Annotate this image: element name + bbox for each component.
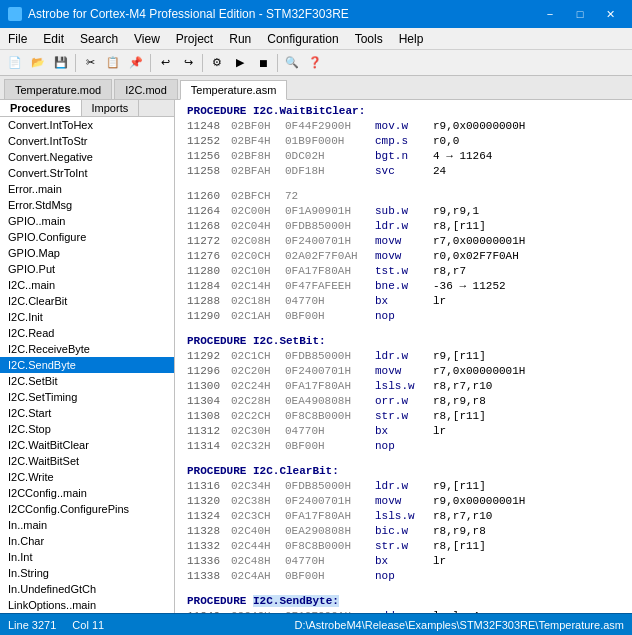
help-button[interactable]: ❓ [304,52,326,74]
tab-i2c-mod[interactable]: I2C.mod [114,79,178,99]
proc-item[interactable]: Error..main [0,181,174,197]
search-button[interactable]: 🔍 [281,52,303,74]
code-line[interactable]: 1125602BF8H0DC02Hbgt.n4 → 11264 [175,149,632,164]
minimize-button[interactable]: − [536,4,564,24]
proc-item[interactable]: GPIO.Put [0,261,174,277]
menubar: FileEditSearchViewProjectRunConfiguratio… [0,28,632,50]
code-section-header: PROCEDURE I2C.ClearBit: [175,464,632,479]
proc-item[interactable]: I2C.Start [0,405,174,421]
code-line[interactable]: 1127602C0CH02A02F7F0AHmovwr0,0x02F7F0AH [175,249,632,264]
code-line[interactable]: 1130402C28H0EA490808Horr.wr8,r9,r8 [175,394,632,409]
proc-item[interactable]: In..main [0,517,174,533]
code-section-header: PROCEDURE I2C.WaitBitClear: [175,104,632,119]
proc-item[interactable]: In.Char [0,533,174,549]
new-button[interactable]: 📄 [4,52,26,74]
code-line[interactable]: 1129602C20H0F2400701Hmovwr7,0x00000001H [175,364,632,379]
proc-item[interactable]: In.UndefinedGtCh [0,581,174,597]
proc-item[interactable]: GPIO.Configure [0,229,174,245]
menu-item-edit[interactable]: Edit [35,28,72,49]
menu-item-tools[interactable]: Tools [347,28,391,49]
menu-item-help[interactable]: Help [391,28,432,49]
code-line[interactable]: 1132802C40H0EA290808Hbic.wr8,r9,r8 [175,524,632,539]
proc-item[interactable]: I2C.Write [0,469,174,485]
redo-button[interactable]: ↪ [177,52,199,74]
code-line[interactable]: 1128002C10H0FA17F80AHtst.wr8,r7 [175,264,632,279]
code-line[interactable]: 1134002C4CH0F10E000AHadd.wlr,lr,4 [175,609,632,613]
proc-item[interactable]: I2C.WaitBitSet [0,453,174,469]
code-gap [175,584,632,594]
proc-item[interactable]: I2CConfig.ConfigurePins [0,501,174,517]
menu-item-view[interactable]: View [126,28,168,49]
proc-item[interactable]: Convert.IntToStr [0,133,174,149]
code-gap [175,324,632,334]
proc-item[interactable]: I2C.ClearBit [0,293,174,309]
menu-item-run[interactable]: Run [221,28,259,49]
code-line[interactable]: 1126402C00H0F1A90901Hsub.wr9,r9,1 [175,204,632,219]
proc-item[interactable]: I2C.Stop [0,421,174,437]
code-line[interactable]: 1126002BFCH72 [175,189,632,204]
tab-temperature-mod[interactable]: Temperature.mod [4,79,112,99]
code-line[interactable]: 1133602C48H04770Hbxlr [175,554,632,569]
code-panel[interactable]: PROCEDURE I2C.WaitBitClear:1124802BF0H0F… [175,100,632,613]
code-line[interactable]: 1133802C4AH0BF00Hnop [175,569,632,584]
menu-item-file[interactable]: File [0,28,35,49]
code-line[interactable]: 1132402C3CH0FA17F80AHlsls.wr8,r7,r10 [175,509,632,524]
code-line[interactable]: 1132002C38H0F2400701Hmovwr9,0x00000001H [175,494,632,509]
code-line[interactable]: 1128802C18H04770Hbxlr [175,294,632,309]
proc-item[interactable]: I2C.ReceiveByte [0,341,174,357]
menu-item-configuration[interactable]: Configuration [259,28,346,49]
code-line[interactable]: 1130802C2CH0F8C8B000Hstr.wr8,[r11] [175,409,632,424]
statusbar: Line 3271 Col 11 D:\AstrobeM4\Release\Ex… [0,613,632,635]
code-line[interactable]: 1127202C08H0F2400701Hmovwr7,0x00000001H [175,234,632,249]
proc-item[interactable]: Error.StdMsg [0,197,174,213]
code-line[interactable]: 1125202BF4H01B9F000Hcmp.sr0,0 [175,134,632,149]
code-line[interactable]: 1133202C44H0F8C8B000Hstr.wr8,[r11] [175,539,632,554]
cut-button[interactable]: ✂ [79,52,101,74]
proc-item[interactable]: GPIO..main [0,213,174,229]
code-line[interactable]: 1128402C14H0F47FAFEEHbne.w-36 → 11252 [175,279,632,294]
close-button[interactable]: ✕ [596,4,624,24]
menu-item-search[interactable]: Search [72,28,126,49]
code-line[interactable]: 1131202C30H04770Hbxlr [175,424,632,439]
code-line[interactable]: 1129002C1AH0BF00Hnop [175,309,632,324]
save-button[interactable]: 💾 [50,52,72,74]
left-panel: Procedures Imports Clock..mainClock.GetH… [0,100,175,613]
code-line[interactable]: 1124802BF0H0F44F2900Hmov.wr9,0x00000000H [175,119,632,134]
build-button[interactable]: ⚙ [206,52,228,74]
proc-item[interactable]: Convert.Negative [0,149,174,165]
open-button[interactable]: 📂 [27,52,49,74]
proc-item[interactable]: GPIO.Map [0,245,174,261]
code-line[interactable]: 1131602C34H0FDB85000Hldr.wr9,[r11] [175,479,632,494]
code-line[interactable]: 1126802C04H0FDB85000Hldr.wr8,[r11] [175,219,632,234]
proc-item[interactable]: Convert.StrToInt [0,165,174,181]
proc-item[interactable]: I2C.SetTiming [0,389,174,405]
proc-item[interactable]: LinkOptions..main [0,597,174,613]
menu-item-project[interactable]: Project [168,28,221,49]
proc-item[interactable]: In.Int [0,549,174,565]
procedures-tab[interactable]: Procedures [0,100,82,116]
proc-item[interactable]: I2CConfig..main [0,485,174,501]
stop-button[interactable]: ⏹ [252,52,274,74]
tab-temperature-asm[interactable]: Temperature.asm [180,80,288,100]
undo-button[interactable]: ↩ [154,52,176,74]
code-section-header: PROCEDURE I2C.SendByte: [175,594,632,609]
imports-tab[interactable]: Imports [82,100,140,116]
proc-item[interactable]: I2C..main [0,277,174,293]
proc-item[interactable]: In.String [0,565,174,581]
code-line[interactable]: 1131402C32H0BF00Hnop [175,439,632,454]
proc-item[interactable]: I2C.Read [0,325,174,341]
code-line[interactable]: 1130002C24H0FA17F80AHlsls.wr8,r7,r10 [175,379,632,394]
run-button[interactable]: ▶ [229,52,251,74]
proc-item[interactable]: Convert.IntToHex [0,117,174,133]
procedure-list[interactable]: Clock..mainClock.GetHMSClock.HoursClock.… [0,117,174,613]
proc-item[interactable]: I2C.Init [0,309,174,325]
proc-item[interactable]: I2C.SendByte [0,357,174,373]
maximize-button[interactable]: □ [566,4,594,24]
proc-item[interactable]: I2C.SetBit [0,373,174,389]
toolbar-sep-3 [202,54,203,72]
proc-item[interactable]: I2C.WaitBitClear [0,437,174,453]
code-line[interactable]: 1125802BFAH0DF18Hsvc24 [175,164,632,179]
paste-button[interactable]: 📌 [125,52,147,74]
code-line[interactable]: 1129202C1CH0FDB85000Hldr.wr9,[r11] [175,349,632,364]
copy-button[interactable]: 📋 [102,52,124,74]
